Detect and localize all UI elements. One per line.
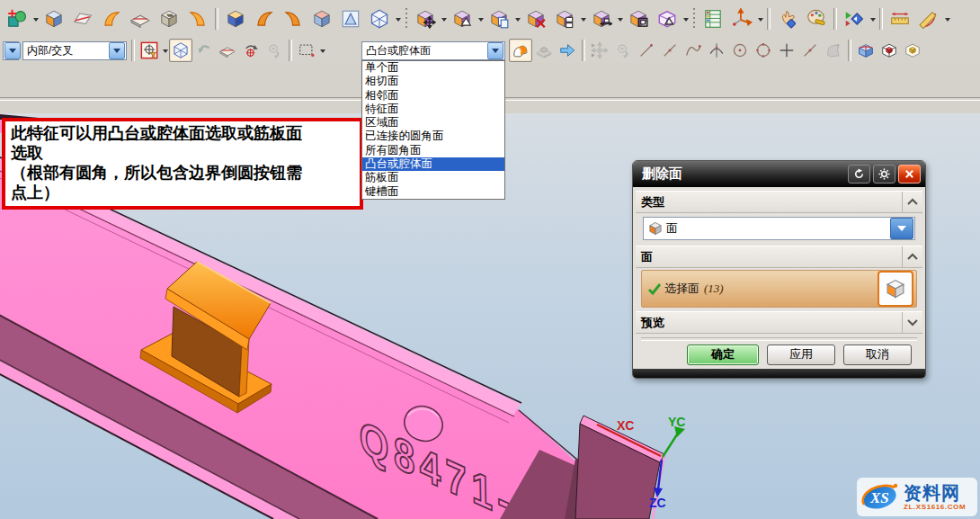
measure-overflow-dropdown-arrow[interactable] — [943, 7, 951, 31]
line-tool-icon[interactable] — [635, 39, 658, 62]
hand-tool-icon[interactable] — [263, 39, 286, 62]
navigator-dropdown-arrow[interactable] — [869, 7, 877, 31]
face-rule-option[interactable]: 所有圆角面 — [362, 144, 504, 157]
replace-face-icon[interactable] — [653, 4, 682, 33]
type-combo[interactable]: 面 — [643, 217, 915, 240]
face-select-button[interactable] — [878, 271, 913, 307]
clip-section-icon[interactable] — [854, 39, 878, 62]
measure-distance-icon[interactable] — [886, 4, 914, 33]
snap-face-icon[interactable] — [216, 39, 239, 62]
surface-tool-icon[interactable] — [822, 39, 845, 62]
face-rule-option[interactable]: 键槽面 — [362, 185, 504, 199]
arc-axis-tool-icon[interactable] — [705, 39, 728, 62]
preview-section-header[interactable]: 预览 — [636, 311, 922, 334]
face-rule-arrow[interactable] — [487, 42, 503, 59]
hidden-combo-arrow[interactable] — [4, 42, 21, 59]
sweep-icon[interactable] — [97, 4, 126, 33]
undo-view-icon[interactable] — [192, 39, 216, 62]
face-rule-option[interactable]: 特征面 — [362, 103, 504, 116]
settings-button[interactable] — [873, 165, 895, 183]
move-face-dropdown-arrow[interactable] — [440, 7, 448, 31]
feature-overflow-dropdown-arrow[interactable] — [394, 7, 402, 31]
pull-face-icon[interactable] — [448, 4, 477, 33]
type-section-label: 类型 — [636, 194, 902, 210]
sketch-dropdown-arrow[interactable] — [31, 7, 40, 31]
face-rule-option[interactable]: 凸台或腔体面 — [362, 157, 504, 171]
proceed-arrow-icon[interactable] — [556, 39, 579, 62]
marquee-select-dropdown-arrow[interactable] — [318, 39, 326, 62]
close-button[interactable] — [898, 165, 921, 183]
wireframe-solid-icon[interactable] — [878, 39, 901, 62]
face-rule-option[interactable]: 相切面 — [362, 75, 504, 88]
reset-button[interactable] — [848, 165, 870, 183]
view-hand-icon[interactable] — [773, 4, 802, 33]
move-face-icon[interactable] — [411, 4, 440, 33]
subtract-icon[interactable] — [250, 4, 279, 33]
move-handles-icon[interactable] — [588, 39, 611, 62]
navigator-icon[interactable] — [840, 4, 869, 33]
selection-scope-arrow[interactable] — [109, 42, 125, 59]
type-combo-arrow[interactable] — [890, 218, 913, 239]
block-icon[interactable] — [126, 4, 155, 33]
datum-csys-dropdown-arrow[interactable] — [756, 7, 764, 31]
cancel-button[interactable]: 取消 — [843, 345, 912, 365]
unite-icon[interactable] — [221, 4, 250, 33]
feature-toolbar — [0, 0, 980, 39]
part-navigator-icon[interactable] — [699, 4, 727, 33]
face-rule-option[interactable]: 筋板面 — [362, 171, 504, 184]
selection-filter-icon[interactable] — [138, 39, 161, 62]
hidden-combo[interactable] — [3, 41, 19, 60]
circle-center-tool-icon[interactable] — [728, 39, 752, 62]
pad-face-rule-icon[interactable] — [532, 39, 556, 62]
selection-scope-combo[interactable]: 内部/交叉 — [22, 41, 127, 60]
mirror-face-icon[interactable] — [550, 4, 579, 33]
face-rule-combo[interactable]: 凸台或腔体面 — [361, 41, 505, 60]
apply-button[interactable]: 应用 — [767, 345, 835, 365]
shell-icon[interactable] — [365, 4, 394, 33]
collapse-chevron-icon[interactable] — [902, 192, 922, 212]
face-rule-option[interactable]: 已连接的圆角面 — [362, 130, 504, 143]
face-rule-option[interactable]: 单个面 — [362, 61, 504, 75]
pocket-icon[interactable] — [155, 4, 183, 33]
offset-region-icon[interactable] — [624, 4, 653, 33]
sketch-icon[interactable] — [3, 4, 31, 33]
rotate-handles-icon[interactable] — [611, 39, 635, 62]
measure-angle-icon[interactable] — [914, 4, 943, 33]
face-rule-option[interactable]: 相邻面 — [362, 89, 504, 103]
role-palette-icon[interactable] — [802, 4, 831, 33]
trim-body-icon[interactable] — [307, 4, 336, 33]
ok-button[interactable]: 确定 — [687, 345, 759, 365]
revolve-icon[interactable] — [68, 4, 97, 33]
marquee-select-icon[interactable] — [295, 39, 318, 62]
expand-chevron-icon[interactable] — [902, 312, 922, 333]
mirror-face-dropdown-arrow[interactable] — [579, 7, 587, 31]
select-face-row[interactable]: 选择面 (13) — [641, 270, 917, 308]
snap-orient-cube-icon[interactable] — [169, 39, 192, 62]
dialog-titlebar[interactable]: 删除面 — [633, 161, 925, 187]
stick-tool-icon[interactable] — [798, 39, 822, 62]
resize-face-icon[interactable] — [587, 4, 616, 33]
line-point-tool-icon[interactable] — [658, 39, 682, 62]
boss-face-rule-icon[interactable] — [509, 39, 532, 62]
intersect-icon[interactable] — [279, 4, 307, 33]
replace-face-dropdown-arrow[interactable] — [682, 7, 690, 31]
circle-points-tool-icon[interactable] — [752, 39, 775, 62]
face-rule-option[interactable]: 区域面 — [362, 116, 504, 130]
type-section-header[interactable]: 类型 — [636, 191, 922, 213]
extrude-icon[interactable] — [40, 4, 68, 33]
point-tool-icon[interactable] — [775, 39, 798, 62]
face-section-header[interactable]: 面 — [636, 246, 922, 268]
cut-face-icon[interactable] — [521, 4, 550, 33]
draft-icon[interactable] — [336, 4, 365, 33]
curve-tool-icon[interactable] — [682, 39, 705, 62]
flange-icon[interactable] — [183, 4, 212, 33]
copy-face-icon[interactable] — [485, 4, 513, 33]
pull-face-dropdown-arrow[interactable] — [477, 7, 485, 31]
copy-face-dropdown-arrow[interactable] — [513, 7, 521, 31]
shaded-solid-icon[interactable] — [901, 39, 924, 62]
collapse-chevron-icon[interactable] — [902, 246, 922, 267]
selection-filter-dropdown-arrow[interactable] — [161, 39, 169, 62]
datum-csys-icon[interactable] — [727, 4, 756, 33]
resize-face-dropdown-arrow[interactable] — [616, 7, 624, 31]
rotate-view-icon[interactable] — [239, 39, 263, 62]
